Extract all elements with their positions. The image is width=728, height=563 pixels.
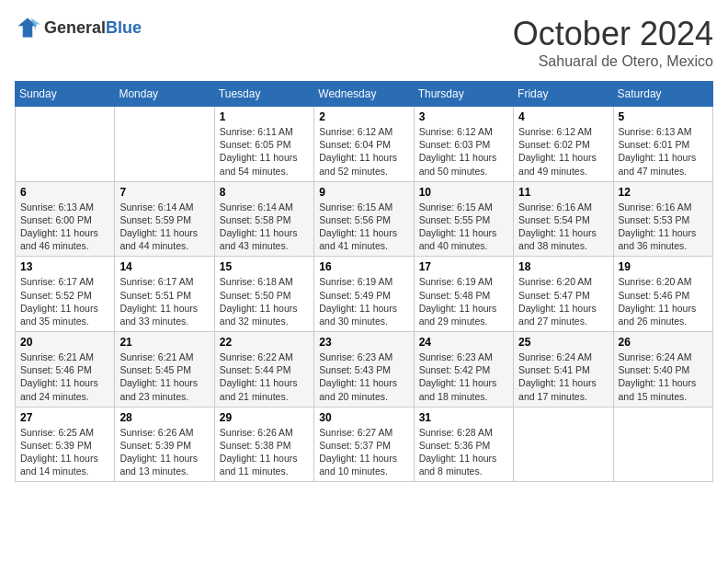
location-title: Sahuaral de Otero, Mexico	[513, 53, 713, 70]
day-number: 19	[619, 260, 708, 273]
day-info: Sunrise: 6:24 AM Sunset: 5:41 PM Dayligh…	[518, 350, 608, 403]
calendar-cell: 22Sunrise: 6:22 AM Sunset: 5:44 PM Dayli…	[214, 332, 313, 408]
day-number: 7	[119, 186, 209, 199]
day-number: 13	[20, 260, 109, 273]
logo-general-text: GeneralBlue	[44, 19, 142, 37]
day-info: Sunrise: 6:17 AM Sunset: 5:52 PM Dayligh…	[20, 275, 109, 327]
calendar-cell: 1Sunrise: 6:11 AM Sunset: 6:05 PM Daylig…	[214, 107, 313, 182]
day-number: 29	[220, 411, 309, 424]
day-info: Sunrise: 6:12 AM Sunset: 6:02 PM Dayligh…	[518, 125, 608, 178]
day-number: 12	[619, 186, 708, 199]
calendar-table: SundayMondayTuesdayWednesdayThursdayFrid…	[15, 81, 713, 482]
weekday-header-friday: Friday	[514, 82, 613, 107]
calendar-cell: 26Sunrise: 6:24 AM Sunset: 5:40 PM Dayli…	[613, 332, 712, 408]
calendar-cell: 13Sunrise: 6:17 AM Sunset: 5:52 PM Dayli…	[16, 257, 115, 332]
calendar-cell: 11Sunrise: 6:16 AM Sunset: 5:54 PM Dayli…	[514, 181, 613, 257]
weekday-header-row: SundayMondayTuesdayWednesdayThursdayFrid…	[16, 82, 713, 107]
day-number: 10	[419, 186, 508, 199]
day-info: Sunrise: 6:21 AM Sunset: 5:45 PM Dayligh…	[119, 350, 209, 403]
calendar-cell	[613, 407, 712, 482]
calendar-cell: 15Sunrise: 6:18 AM Sunset: 5:50 PM Dayli…	[214, 257, 313, 332]
day-number: 5	[619, 110, 708, 123]
calendar-cell: 5Sunrise: 6:13 AM Sunset: 6:01 PM Daylig…	[613, 107, 712, 182]
day-number: 26	[619, 336, 708, 349]
day-info: Sunrise: 6:16 AM Sunset: 5:53 PM Dayligh…	[619, 201, 708, 253]
calendar-cell: 2Sunrise: 6:12 AM Sunset: 6:04 PM Daylig…	[314, 107, 414, 182]
calendar-cell: 17Sunrise: 6:19 AM Sunset: 5:48 PM Dayli…	[414, 257, 513, 332]
calendar-week-row: 13Sunrise: 6:17 AM Sunset: 5:52 PM Dayli…	[16, 257, 713, 332]
day-info: Sunrise: 6:28 AM Sunset: 5:36 PM Dayligh…	[419, 426, 508, 478]
day-info: Sunrise: 6:16 AM Sunset: 5:54 PM Dayligh…	[518, 201, 608, 253]
day-number: 30	[319, 411, 408, 424]
calendar-cell: 29Sunrise: 6:26 AM Sunset: 5:38 PM Dayli…	[214, 407, 313, 482]
calendar-cell: 25Sunrise: 6:24 AM Sunset: 5:41 PM Dayli…	[514, 332, 613, 408]
day-number: 8	[220, 186, 309, 199]
calendar-cell: 19Sunrise: 6:20 AM Sunset: 5:46 PM Dayli…	[613, 257, 712, 332]
day-number: 14	[119, 260, 209, 273]
day-info: Sunrise: 6:23 AM Sunset: 5:42 PM Dayligh…	[419, 350, 508, 403]
day-number: 16	[319, 260, 408, 273]
day-info: Sunrise: 6:15 AM Sunset: 5:55 PM Dayligh…	[419, 201, 508, 253]
day-info: Sunrise: 6:20 AM Sunset: 5:47 PM Dayligh…	[518, 275, 608, 327]
calendar-week-row: 6Sunrise: 6:13 AM Sunset: 6:00 PM Daylig…	[16, 181, 713, 257]
weekday-header-thursday: Thursday	[414, 82, 513, 107]
day-number: 20	[20, 336, 109, 349]
day-info: Sunrise: 6:18 AM Sunset: 5:50 PM Dayligh…	[220, 275, 309, 327]
page-header: GeneralBlue October 2024 Sahuaral de Ote…	[15, 15, 713, 70]
day-number: 15	[220, 260, 309, 273]
day-info: Sunrise: 6:21 AM Sunset: 5:46 PM Dayligh…	[20, 350, 109, 403]
day-info: Sunrise: 6:14 AM Sunset: 5:59 PM Dayligh…	[119, 201, 209, 253]
calendar-cell: 14Sunrise: 6:17 AM Sunset: 5:51 PM Dayli…	[115, 257, 214, 332]
calendar-cell: 3Sunrise: 6:12 AM Sunset: 6:03 PM Daylig…	[414, 107, 513, 182]
weekday-header-wednesday: Wednesday	[314, 82, 414, 107]
day-number: 17	[419, 260, 508, 273]
day-info: Sunrise: 6:11 AM Sunset: 6:05 PM Dayligh…	[220, 125, 309, 178]
day-number: 6	[20, 186, 109, 199]
day-info: Sunrise: 6:20 AM Sunset: 5:46 PM Dayligh…	[619, 275, 708, 327]
day-info: Sunrise: 6:24 AM Sunset: 5:40 PM Dayligh…	[619, 350, 708, 403]
calendar-cell: 28Sunrise: 6:26 AM Sunset: 5:39 PM Dayli…	[115, 407, 214, 482]
day-info: Sunrise: 6:22 AM Sunset: 5:44 PM Dayligh…	[220, 350, 309, 403]
day-number: 27	[20, 411, 109, 424]
calendar-week-row: 27Sunrise: 6:25 AM Sunset: 5:39 PM Dayli…	[16, 407, 713, 482]
calendar-cell: 4Sunrise: 6:12 AM Sunset: 6:02 PM Daylig…	[514, 107, 613, 182]
day-info: Sunrise: 6:27 AM Sunset: 5:37 PM Dayligh…	[319, 426, 408, 478]
day-number: 18	[518, 260, 608, 273]
day-number: 31	[419, 411, 508, 424]
weekday-header-saturday: Saturday	[613, 82, 712, 107]
calendar-cell: 27Sunrise: 6:25 AM Sunset: 5:39 PM Dayli…	[16, 407, 115, 482]
day-number: 23	[319, 336, 408, 349]
month-title: October 2024	[513, 15, 713, 53]
day-number: 3	[419, 110, 508, 123]
logo-icon	[15, 15, 40, 40]
calendar-cell: 31Sunrise: 6:28 AM Sunset: 5:36 PM Dayli…	[414, 407, 513, 482]
calendar-cell: 12Sunrise: 6:16 AM Sunset: 5:53 PM Dayli…	[613, 181, 712, 257]
day-number: 22	[220, 336, 309, 349]
day-number: 21	[119, 336, 209, 349]
calendar-cell: 9Sunrise: 6:15 AM Sunset: 5:56 PM Daylig…	[314, 181, 414, 257]
calendar-cell: 20Sunrise: 6:21 AM Sunset: 5:46 PM Dayli…	[16, 332, 115, 408]
calendar-cell: 30Sunrise: 6:27 AM Sunset: 5:37 PM Dayli…	[314, 407, 414, 482]
weekday-header-tuesday: Tuesday	[214, 82, 313, 107]
day-number: 4	[518, 110, 608, 123]
day-info: Sunrise: 6:26 AM Sunset: 5:38 PM Dayligh…	[220, 426, 309, 478]
calendar-cell: 23Sunrise: 6:23 AM Sunset: 5:43 PM Dayli…	[314, 332, 414, 408]
calendar-cell: 24Sunrise: 6:23 AM Sunset: 5:42 PM Dayli…	[414, 332, 513, 408]
day-info: Sunrise: 6:13 AM Sunset: 6:01 PM Dayligh…	[619, 125, 708, 178]
day-info: Sunrise: 6:12 AM Sunset: 6:04 PM Dayligh…	[319, 125, 408, 178]
calendar-cell	[16, 107, 115, 182]
day-info: Sunrise: 6:23 AM Sunset: 5:43 PM Dayligh…	[319, 350, 408, 403]
day-info: Sunrise: 6:26 AM Sunset: 5:39 PM Dayligh…	[119, 426, 209, 478]
day-number: 25	[518, 336, 608, 349]
day-info: Sunrise: 6:15 AM Sunset: 5:56 PM Dayligh…	[319, 201, 408, 253]
calendar-cell	[115, 107, 214, 182]
calendar-cell: 16Sunrise: 6:19 AM Sunset: 5:49 PM Dayli…	[314, 257, 414, 332]
day-info: Sunrise: 6:19 AM Sunset: 5:49 PM Dayligh…	[319, 275, 408, 327]
day-number: 11	[518, 186, 608, 199]
calendar-cell: 6Sunrise: 6:13 AM Sunset: 6:00 PM Daylig…	[16, 181, 115, 257]
calendar-cell: 10Sunrise: 6:15 AM Sunset: 5:55 PM Dayli…	[414, 181, 513, 257]
day-info: Sunrise: 6:14 AM Sunset: 5:58 PM Dayligh…	[220, 201, 309, 253]
day-info: Sunrise: 6:19 AM Sunset: 5:48 PM Dayligh…	[419, 275, 508, 327]
day-info: Sunrise: 6:25 AM Sunset: 5:39 PM Dayligh…	[20, 426, 109, 478]
day-number: 9	[319, 186, 408, 199]
